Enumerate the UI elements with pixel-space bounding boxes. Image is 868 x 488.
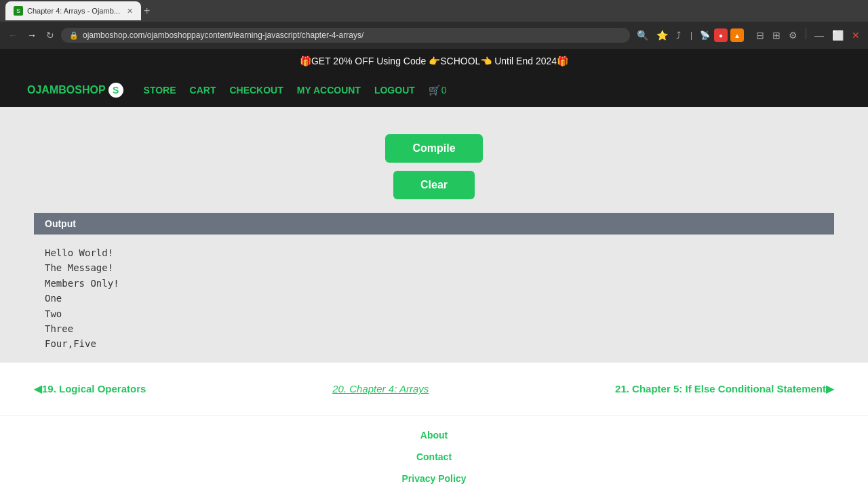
address-bar: ← → ↻ 🔒 ojamboshop.com/ojamboshoppaycont… <box>0 22 868 49</box>
share-button[interactable]: ⤴ <box>673 28 684 42</box>
nav-logo-text: OJAMBOSHOP <box>27 84 106 96</box>
maximize-btn[interactable]: ⬜ <box>829 28 846 42</box>
new-tab-button[interactable]: + <box>144 5 150 16</box>
output-line-1: Hello World! <box>45 245 823 260</box>
cart-icon-area[interactable]: 🛒 0 <box>429 85 447 96</box>
output-body: Hello World! The Message! Members Only! … <box>34 235 834 363</box>
button-area: Compile Clear <box>0 121 868 213</box>
forward-button[interactable]: → <box>24 28 39 42</box>
back-button[interactable]: ← <box>5 28 20 42</box>
output-line-3: Members Only! <box>45 276 823 291</box>
nav-my-account[interactable]: MY ACCOUNT <box>297 85 361 96</box>
output-line-5: Two <box>45 306 823 321</box>
close-btn[interactable]: ✕ <box>849 28 863 42</box>
separator: | <box>690 30 692 40</box>
zoom-button[interactable]: 🔍 <box>634 28 651 42</box>
next-chapter-link[interactable]: 21. Chapter 5: If Else Conditional State… <box>615 383 834 395</box>
nav-links: STORE CART CHECKOUT MY ACCOUNT LOGOUT <box>144 85 415 96</box>
vertical-sep <box>806 28 806 39</box>
browser-chrome: S Chapter 4: Arrays - Ojamb... ✕ + ← → ↻… <box>0 0 868 49</box>
output-line-6: Three <box>45 321 823 336</box>
cart-icon: 🛒 <box>429 85 440 96</box>
active-tab[interactable]: S Chapter 4: Arrays - Ojamb... ✕ <box>5 1 141 20</box>
ext-orange-button[interactable]: ▲ <box>730 28 744 42</box>
ext-red-button[interactable]: ● <box>714 28 728 42</box>
nav-cart[interactable]: CART <box>190 85 216 96</box>
nav-logo[interactable]: OJAMBOSHOP S <box>27 83 123 98</box>
promo-text: 🎁GET 20% OFF Using Code 👉SCHOOL👈 Until E… <box>300 56 568 66</box>
tab-favicon: S <box>14 6 23 16</box>
main-nav: OJAMBOSHOP S STORE CART CHECKOUT MY ACCO… <box>0 73 868 107</box>
current-chapter-link[interactable]: 20. Chapter 4: Arrays <box>332 383 429 394</box>
lock-icon: 🔒 <box>69 31 79 40</box>
tab-bar: S Chapter 4: Arrays - Ojamb... ✕ + <box>0 0 868 22</box>
compile-button[interactable]: Compile <box>385 134 482 163</box>
footer-privacy[interactable]: Privacy Policy <box>402 473 467 484</box>
nav-checkout[interactable]: CHECKOUT <box>229 85 283 96</box>
footer: About Contact Privacy Policy <box>0 415 868 488</box>
window-action-buttons: ⊟ ⊞ ⚙ — ⬜ ✕ <box>753 28 863 42</box>
content-area: Compile Clear Output Hello World! The Me… <box>0 107 868 363</box>
output-header: Output <box>34 213 834 235</box>
nav-logo-icon: S <box>108 83 123 98</box>
settings-btn[interactable]: ⚙ <box>786 28 800 42</box>
nav-store[interactable]: STORE <box>144 85 176 96</box>
output-line-4: One <box>45 291 823 306</box>
tab-title: Chapter 4: Arrays - Ojamb... <box>27 7 120 15</box>
browser-actions: 🔍 ⭐ ⤴ <box>634 28 684 42</box>
url-text: ojamboshop.com/ojamboshoppaycontent/lear… <box>83 30 363 40</box>
output-line-7: Four,Five <box>45 336 823 351</box>
tab-close-btn[interactable]: ✕ <box>127 7 133 16</box>
output-section: Output Hello World! The Message! Members… <box>34 213 834 363</box>
rss-icon[interactable]: 📡 <box>698 28 711 42</box>
clear-button[interactable]: Clear <box>393 171 475 199</box>
bookmark-button[interactable]: ⭐ <box>654 28 671 42</box>
cart-count: 0 <box>441 85 447 96</box>
footer-contact[interactable]: Contact <box>416 451 452 462</box>
minimize-btn[interactable]: — <box>812 28 827 42</box>
url-bar[interactable]: 🔒 ojamboshop.com/ojamboshoppaycontent/le… <box>61 28 630 43</box>
sidebar-btn[interactable]: ⊟ <box>753 28 767 42</box>
nav-logout[interactable]: LOGOUT <box>374 85 415 96</box>
chapter-navigation: ◀19. Logical Operators 20. Chapter 4: Ar… <box>0 363 868 415</box>
page-wrapper: 🎁GET 20% OFF Using Code 👉SCHOOL👈 Until E… <box>0 49 868 488</box>
promo-bar: 🎁GET 20% OFF Using Code 👉SCHOOL👈 Until E… <box>0 49 868 73</box>
prev-chapter-link[interactable]: ◀19. Logical Operators <box>34 383 146 395</box>
extensions-area: | 📡 ● ▲ <box>688 28 744 42</box>
footer-about[interactable]: About <box>420 430 448 441</box>
refresh-button[interactable]: ↻ <box>43 28 57 42</box>
extensions-btn[interactable]: ⊞ <box>770 28 783 42</box>
output-line-2: The Message! <box>45 260 823 275</box>
